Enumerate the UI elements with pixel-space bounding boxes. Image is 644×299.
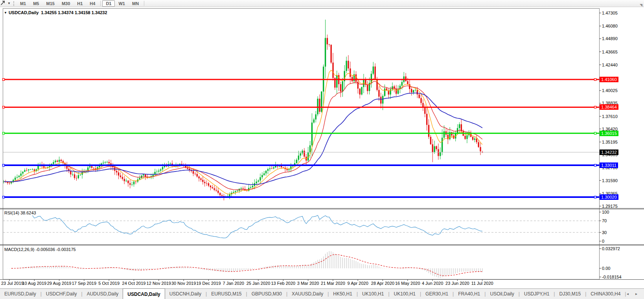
tab-dj30-m15[interactable]: DJ30,M15 (555, 289, 585, 299)
tab-eurusd-m15[interactable]: EURUSD,M15 (207, 289, 246, 299)
price-axis-tick-label: 1.47305 (602, 11, 618, 15)
price-axis-tick-label: 1.46080 (602, 24, 618, 28)
terminal-window: ▼ M1M5M15M30H1H4D1W1MN ▼USDCAD,Daily1.34… (0, 0, 644, 299)
level-line-1.41060[interactable] (3, 79, 600, 81)
chart-tab-bar: EURUSD,Daily|USDCHF,Daily|AUDUSD,DailyUS… (0, 288, 644, 299)
macd-axis-tick-label: -0.018154 (602, 275, 622, 279)
tab-usdchf-daily[interactable]: USDCHF,Daily (42, 289, 81, 299)
level-price-tag[interactable]: 1.30020 (600, 194, 618, 200)
tab-xauusd-daily[interactable]: XAUUSD,Daily (287, 289, 328, 299)
chart-plot-area[interactable] (0, 0, 644, 299)
date-axis-label: 7 Jan 2020 (223, 281, 244, 286)
price-axis-tick-label: 1.31590 (602, 179, 618, 183)
tab-fra40-h1[interactable]: FRA40,H1 (454, 289, 484, 299)
price-axis-tick-label: 1.35195 (602, 140, 618, 144)
tab-uk100-h1[interactable]: UK100,H1 (390, 289, 420, 299)
level-line-1.33011[interactable] (3, 164, 600, 166)
tab-usdcad-daily[interactable]: USDCAD,Daily (123, 288, 165, 299)
level-line-1.38464[interactable] (3, 106, 600, 108)
level-line-1.30020[interactable] (3, 196, 600, 198)
macd-histogram (7, 251, 482, 278)
date-axis-label: 25 Jan 2020 (247, 281, 270, 286)
date-axis-label: 29 Aug 2019 (47, 281, 72, 286)
tab-scroll-right-icon[interactable]: ► (635, 292, 638, 296)
ma-line-8 (4, 70, 482, 194)
date-axis-label: 11 Jul 2020 (471, 281, 493, 286)
date-axis-label: 30 Nov 2019 (171, 281, 196, 286)
date-axis-label: 3 Mar 2020 (297, 281, 319, 286)
candles-layer (3, 20, 483, 200)
current-price-tag: 1.34232 (600, 150, 618, 155)
tab-uk100-h1[interactable]: UK100,H1 (358, 289, 388, 299)
level-price-tag[interactable]: 1.41060 (600, 77, 618, 82)
chart-ohlc-values: 1.34255 1.34374 1.34158 1.34232 (41, 10, 107, 15)
date-axis-label: 9 Apr 2020 (348, 281, 368, 286)
tab-scroll-buttons: ◄► (626, 289, 644, 299)
tab-hk50-h1[interactable]: HK50,H1 (329, 289, 357, 299)
chart-dropdown-icon[interactable]: ▼ (4, 11, 7, 15)
tab-gbpusd-m30[interactable]: GBPUSD,M30 (247, 289, 286, 299)
tab-eurusd-daily[interactable]: EURUSD,Daily (0, 289, 40, 299)
rsi-indicator-label: RSI(14) 38.6243 (4, 210, 36, 215)
chart-scroll-corner-icon[interactable]: ◥ (640, 3, 642, 7)
price-axis-tick-label: 1.43665 (602, 50, 618, 54)
date-axis-label: 24 Oct 2019 (122, 281, 146, 286)
date-axis-label: 23 Jul 2019 (1, 281, 24, 286)
rsi-axis-tick-label: 30 (602, 231, 607, 235)
tab-audusd-daily[interactable]: AUDUSD,Daily (83, 289, 123, 299)
rsi-axis-tick-label: 0 (602, 239, 604, 244)
price-axis-tick-label: 1.40025 (602, 89, 618, 93)
date-axis-label: 5 Oct 2019 (98, 281, 120, 286)
tab-ger30-h1[interactable]: GER30,H1 (421, 289, 453, 299)
date-axis-label: 23 Jun 2020 (445, 281, 469, 286)
date-axis-label: 28 Apr 2020 (371, 281, 394, 286)
rsi-axis-tick-label: 100 (602, 210, 609, 214)
plot-border (3, 9, 600, 280)
date-axis-label: 16 May 2020 (395, 281, 420, 286)
tab-china300-h4[interactable]: CHINA300,H4 (586, 289, 625, 299)
level-price-tag[interactable]: 1.33011 (600, 162, 618, 168)
tab-usdjpy-h1[interactable]: USDJPY,H1 (520, 289, 554, 299)
price-axis-tick-label: 1.29175 (602, 204, 618, 209)
level-price-tag[interactable]: 1.38464 (600, 104, 618, 110)
date-axis-label: 12 Nov 2019 (147, 281, 171, 286)
tab-scroll-left-icon[interactable]: ◄ (626, 292, 629, 296)
price-axis-tick-label: 1.37610 (602, 114, 618, 119)
chart-title: ▼USDCAD,Daily1.34255 1.34374 1.34158 1.3… (4, 10, 107, 15)
rsi-axis-tick-label: 70 (602, 219, 607, 223)
level-price-tag[interactable]: 1.36015 (600, 131, 618, 136)
chart-symbol-period: USDCAD,Daily (9, 10, 39, 15)
date-axis-label: 19 Dec 2019 (196, 281, 221, 286)
rsi-line (33, 215, 482, 238)
price-axis-tick-label: 1.42440 (602, 63, 618, 67)
macd-axis-tick-label: 0.032972 (602, 247, 620, 251)
date-axis-label: 4 Jun 2020 (422, 281, 443, 286)
date-axis-label: 13 Feb 2020 (271, 281, 295, 286)
level-line-1.36015[interactable] (3, 132, 600, 134)
ma-line-18 (4, 81, 482, 190)
tab-usoil-daily[interactable]: USOil,Daily (486, 289, 518, 299)
date-axis-label: 21 Mar 2020 (321, 281, 345, 286)
tab-usdcnh-daily[interactable]: USDCNH,Daily (165, 289, 206, 299)
date-axis-label: 10 Aug 2019 (22, 281, 46, 286)
macd-indicator-label: MACD(12,26,9) -0.005036 -0.003175 (4, 247, 76, 252)
date-axis-label: 17 Sep 2019 (72, 281, 96, 286)
macd-axis-tick-label: 0.00 (602, 266, 610, 271)
macd-signal-line (11, 255, 482, 276)
price-axis-tick-label: 1.44890 (602, 37, 618, 41)
